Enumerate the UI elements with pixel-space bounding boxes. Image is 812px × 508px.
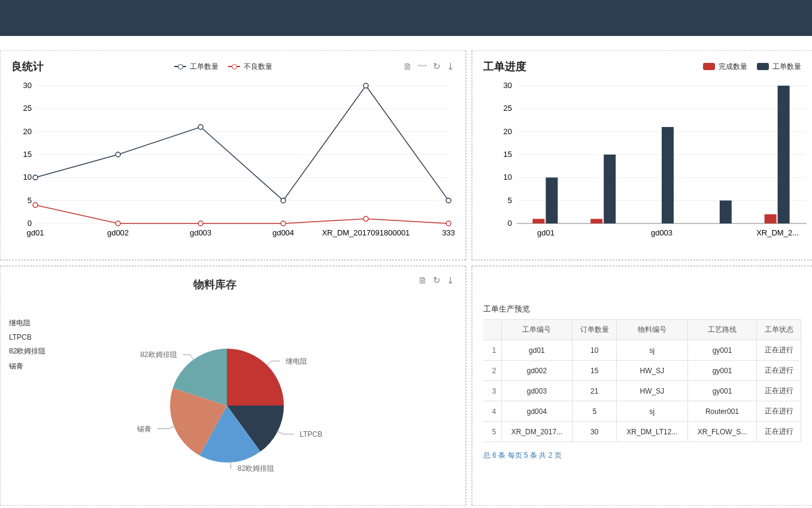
svg-point-22 <box>198 125 203 129</box>
svg-text:XR_DM_2017091800001: XR_DM_2017091800001 <box>322 228 410 237</box>
svg-point-26 <box>33 202 38 207</box>
pager-text[interactable]: 总 6 条 每页 5 条 共 2 页 <box>483 450 801 461</box>
svg-text:15: 15 <box>504 150 512 159</box>
svg-text:0: 0 <box>508 219 512 228</box>
table-header: 工单编号 <box>501 320 572 340</box>
refresh-icon[interactable]: ↻ <box>433 275 441 292</box>
svg-point-25 <box>446 198 451 203</box>
table-header: 工单状态 <box>757 320 801 340</box>
table-row[interactable]: 4gd0045sjRouter001正在进行 <box>483 401 801 422</box>
svg-point-30 <box>363 216 368 221</box>
svg-text:gd002: gd002 <box>107 228 129 237</box>
svg-text:82欧姆排阻: 82欧姆排阻 <box>140 350 177 359</box>
svg-rect-59 <box>778 86 790 223</box>
svg-text:10: 10 <box>504 173 512 182</box>
svg-text:15: 15 <box>23 150 32 159</box>
pie-chart: 继电阻LTPCB82欧姆排阻锡膏82欧姆排阻 <box>11 292 455 489</box>
table-header: 物料编号 <box>617 320 688 340</box>
download-icon[interactable]: ⤓ <box>447 275 455 292</box>
svg-text:gd01: gd01 <box>27 228 44 237</box>
bar-chart: 051015202530gd01gd003XR_DM_2... <box>483 74 807 241</box>
svg-text:25: 25 <box>504 104 512 113</box>
bar-chart-legend: 完成数量 工单数量 <box>703 62 801 72</box>
svg-text:82欧姆排阻: 82欧姆排阻 <box>238 464 274 473</box>
svg-rect-52 <box>590 219 602 223</box>
table-title: 工单生产预览 <box>483 304 801 315</box>
svg-text:gd004: gd004 <box>272 228 294 237</box>
svg-text:gd003: gd003 <box>651 228 672 237</box>
bar-chart-title: 工单进度 <box>483 59 526 74</box>
panel-line-stats: 良统计 工单数量 不良数量 🗎 〰 ↻ ⤓ 051015202530gd01gd… <box>0 50 466 260</box>
panel-bar-progress: 工单进度 完成数量 工单数量 051015202530gd01gd003XR_D… <box>472 50 812 260</box>
svg-text:20: 20 <box>504 127 512 136</box>
svg-point-29 <box>281 221 286 226</box>
table-header: 工艺路线 <box>687 320 757 340</box>
svg-text:30: 30 <box>23 81 32 90</box>
pie-chart-title: 物料库存 <box>193 277 237 292</box>
svg-rect-50 <box>532 219 544 223</box>
svg-rect-51 <box>546 177 558 223</box>
table-header: 订单数量 <box>572 320 617 340</box>
orders-table: 工单编号订单数量物料编号工艺路线工单状态 1gd0110sjgy001正在进行2… <box>483 319 801 442</box>
line-chart: 051015202530gd01gd002gd003gd004XR_DM_201… <box>11 74 455 241</box>
svg-text:5: 5 <box>28 196 32 205</box>
svg-point-28 <box>198 221 203 226</box>
svg-point-21 <box>116 152 120 157</box>
svg-point-23 <box>281 198 286 203</box>
wave-icon[interactable]: 〰 <box>418 61 427 72</box>
table-row[interactable]: 1gd0110sjgy001正在进行 <box>483 340 801 361</box>
table-row[interactable]: 2gd00215HW_SJgy001正在进行 <box>483 361 801 381</box>
svg-rect-55 <box>662 127 674 223</box>
svg-text:继电阻: 继电阻 <box>286 357 307 365</box>
table-row[interactable]: 3gd00321HW_SJgy001正在进行 <box>483 381 801 401</box>
svg-text:0: 0 <box>28 219 32 228</box>
refresh-icon[interactable]: ↻ <box>433 61 441 72</box>
doc-icon[interactable]: 🗎 <box>418 275 427 292</box>
pie-legend: 继电阻 LTPCB 82欧姆排阻 锡膏 <box>9 318 46 371</box>
line-chart-tools: 🗎 〰 ↻ ⤓ <box>403 61 455 72</box>
pie-chart-tools: 🗎 ↻ ⤓ <box>418 275 455 292</box>
panel-table-preview: 工单生产预览 工单编号订单数量物料编号工艺路线工单状态 1gd0110sjgy0… <box>472 266 812 506</box>
svg-text:30: 30 <box>504 81 512 90</box>
svg-text:20: 20 <box>23 127 32 136</box>
svg-rect-57 <box>720 201 732 223</box>
svg-text:25: 25 <box>23 104 32 113</box>
line-chart-title: 良统计 <box>11 59 44 74</box>
svg-text:锡膏: 锡膏 <box>137 425 152 433</box>
svg-text:333: 333 <box>442 228 455 237</box>
svg-point-31 <box>446 221 451 226</box>
topbar <box>0 0 812 36</box>
svg-text:5: 5 <box>508 196 512 205</box>
svg-point-27 <box>116 221 120 226</box>
svg-rect-58 <box>765 214 777 223</box>
svg-point-20 <box>33 175 38 180</box>
svg-text:LTPCB: LTPCB <box>299 430 322 439</box>
line-chart-legend: 工单数量 不良数量 <box>174 62 272 72</box>
doc-icon[interactable]: 🗎 <box>403 61 412 72</box>
svg-text:gd003: gd003 <box>190 228 211 237</box>
svg-text:XR_DM_2...: XR_DM_2... <box>756 228 799 237</box>
panel-pie-inventory: 物料库存 🗎 ↻ ⤓ 继电阻 LTPCB 82欧姆排阻 锡膏 继电阻LTPCB8… <box>0 266 466 506</box>
svg-text:gd01: gd01 <box>537 228 555 237</box>
svg-rect-53 <box>604 155 616 223</box>
download-icon[interactable]: ⤓ <box>447 61 455 72</box>
svg-text:10: 10 <box>23 173 32 182</box>
table-row[interactable]: 5XR_DM_2017...30XR_DM_LT12...XR_FLOW_S..… <box>483 422 801 442</box>
svg-point-24 <box>363 83 368 88</box>
